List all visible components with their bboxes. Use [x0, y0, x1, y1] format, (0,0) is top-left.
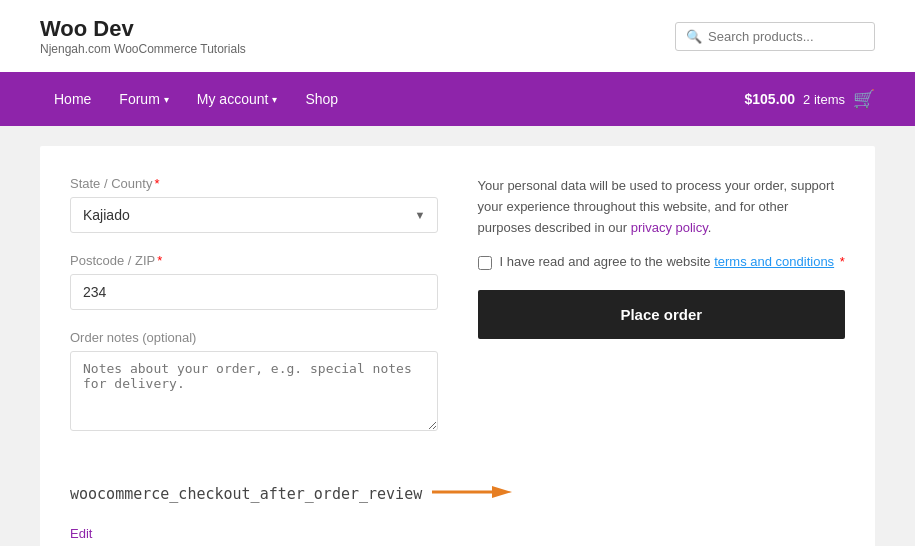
required-indicator: * — [154, 176, 159, 191]
cart-icon: 🛒 — [853, 88, 875, 110]
chevron-down-icon: ▾ — [272, 94, 277, 105]
nav-shop[interactable]: Shop — [291, 75, 352, 123]
nav-my-account[interactable]: My account ▾ — [183, 75, 292, 123]
state-select-wrapper: Kajiado — [70, 197, 438, 233]
main-navbar: Home Forum ▾ My account ▾ Shop $105.00 2… — [0, 72, 915, 126]
site-header: Woo Dev Njengah.com WooCommerce Tutorial… — [0, 0, 915, 72]
state-county-select[interactable]: Kajiado — [70, 197, 438, 233]
chevron-down-icon: ▾ — [164, 94, 169, 105]
order-notes-label: Order notes (optional) — [70, 330, 438, 345]
arrow-right-icon — [432, 482, 512, 505]
site-subtitle: Njengah.com WooCommerce Tutorials — [40, 42, 246, 56]
order-review-section: Your personal data will be used to proce… — [478, 176, 846, 454]
search-box[interactable]: 🔍 — [675, 22, 875, 51]
checkout-layout: State / County* Kajiado Postcode / ZIP* … — [70, 176, 845, 454]
cart-item-count: 2 items — [803, 92, 845, 107]
state-county-label: State / County* — [70, 176, 438, 191]
edit-section: Edit — [70, 525, 845, 541]
order-notes-input[interactable] — [70, 351, 438, 431]
nav-links: Home Forum ▾ My account ▾ Shop — [40, 75, 730, 123]
hook-label-text: woocommerce_checkout_after_order_review — [70, 485, 422, 503]
svg-marker-1 — [492, 486, 512, 498]
order-notes-group: Order notes (optional) — [70, 330, 438, 434]
site-branding: Woo Dev Njengah.com WooCommerce Tutorial… — [40, 16, 246, 56]
site-title: Woo Dev — [40, 16, 246, 42]
edit-link[interactable]: Edit — [70, 526, 92, 541]
postcode-input[interactable] — [70, 274, 438, 310]
state-county-group: State / County* Kajiado — [70, 176, 438, 233]
privacy-policy-link[interactable]: privacy policy — [631, 220, 708, 235]
nav-forum[interactable]: Forum ▾ — [105, 75, 182, 123]
required-indicator: * — [840, 254, 845, 269]
page-content: State / County* Kajiado Postcode / ZIP* … — [40, 146, 875, 546]
place-order-button[interactable]: Place order — [478, 290, 846, 339]
terms-checkbox[interactable] — [478, 256, 492, 270]
postcode-label: Postcode / ZIP* — [70, 253, 438, 268]
search-input[interactable] — [708, 29, 864, 44]
cart-amount: $105.00 — [744, 91, 795, 107]
nav-home[interactable]: Home — [40, 75, 105, 123]
billing-form: State / County* Kajiado Postcode / ZIP* … — [70, 176, 438, 454]
terms-link[interactable]: terms and conditions — [714, 254, 834, 269]
privacy-notice: Your personal data will be used to proce… — [478, 176, 846, 238]
terms-agreement: I have read and agree to the website ter… — [478, 254, 846, 270]
hook-label-section: woocommerce_checkout_after_order_review — [70, 482, 845, 505]
search-icon: 🔍 — [686, 29, 702, 44]
postcode-group: Postcode / ZIP* — [70, 253, 438, 310]
cart-widget[interactable]: $105.00 2 items 🛒 — [730, 72, 875, 126]
required-indicator: * — [157, 253, 162, 268]
